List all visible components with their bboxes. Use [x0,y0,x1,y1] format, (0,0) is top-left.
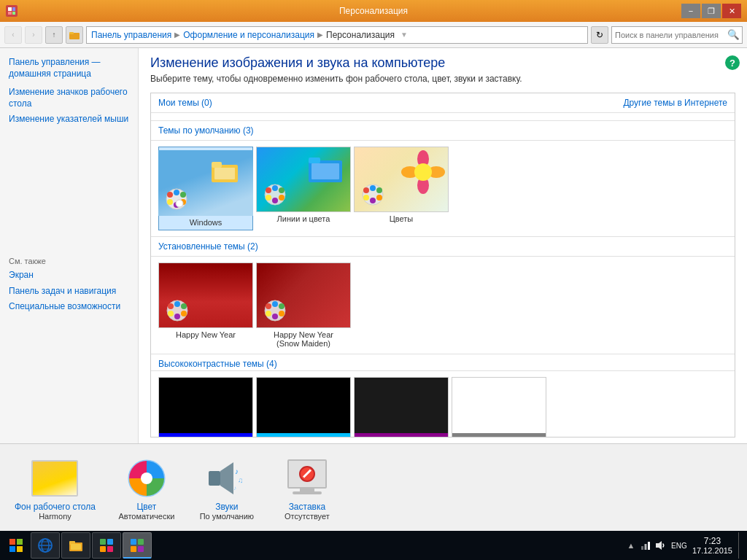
svg-rect-61 [9,539,15,545]
svg-point-35 [370,185,376,191]
theme-lines-name: Линии и цвета [277,214,330,223]
breadcrumb-personalization: Персонализация [326,30,395,40]
themes-area[interactable]: Мои темы (0) Другие темы в Интернете Тем… [150,93,735,438]
refresh-button[interactable]: ↻ [591,26,608,44]
breadcrumb-control-panel[interactable]: Панель управления [91,30,171,40]
close-button[interactable]: ✕ [722,4,741,18]
screensaver-value: Отсутствует [285,512,330,521]
theme-windows[interactable]: Windows [158,147,253,230]
clock-date: 17.12.2015 [692,546,732,555]
breadcrumb-appearance[interactable]: Оформление и персонализация [183,30,314,40]
theme-hny2-preview [256,262,351,328]
screensaver-icon [284,455,330,502]
taskbar-app-explorer[interactable] [61,532,90,559]
minimize-button[interactable]: − [681,4,700,18]
svg-rect-63 [9,546,15,552]
start-button[interactable] [3,532,29,559]
default-themes-label: Темы по умолчанию (3) [158,125,254,136]
system-clock[interactable]: 7:23 17.12.2015 [692,536,732,555]
svg-point-12 [180,192,186,198]
color-label: Цвет [136,502,156,512]
svg-rect-8 [214,168,235,179]
svg-point-50 [279,303,285,309]
svg-rect-26 [311,163,339,179]
tray-lang[interactable]: ENG [669,540,689,551]
sidebar-home-link[interactable]: Панель управления — домашняя страница [9,57,129,79]
sidebar: Панель управления — домашняя страница Из… [0,48,139,443]
clock-time: 7:23 [692,536,732,546]
desktop-bg-item[interactable]: Фон рабочего стола Harmony [15,455,96,521]
back-button[interactable]: ‹ [4,26,22,44]
theme-flowers-name: Цветы [390,214,414,223]
sidebar-link-screen[interactable]: Экран [9,270,129,281]
theme-hc3[interactable] [354,377,449,438]
default-themes-grid: Windows [151,141,735,236]
svg-point-41 [168,303,174,309]
page-title: Изменение изображения и звука на компьют… [150,55,735,71]
theme-lines[interactable]: Линии и цвета [256,147,351,230]
installed-themes-header: Установленные темы (2) [151,237,735,257]
svg-point-52 [272,314,278,319]
sound-item[interactable]: ♪ ♫ ♪ Звуки По умолчанию [198,455,256,521]
installed-themes-label: Установленные темы (2) [158,241,258,252]
theme-flowers[interactable]: Цветы [354,147,449,230]
theme-hc2[interactable] [256,377,351,438]
forward-button[interactable]: › [25,26,42,44]
svg-point-18 [266,187,271,193]
theme-hny2[interactable]: Happy New Year(Snow Maiden) [256,262,351,348]
theme-lines-preview [256,147,351,212]
svg-marker-84 [656,541,662,550]
sound-label: Звуки [215,502,238,512]
desktop-bg-label: Фон рабочего стола [15,502,96,512]
theme-hny1[interactable]: Happy New Year [158,262,253,348]
svg-point-10 [167,192,173,198]
svg-rect-2 [8,12,12,15]
taskbar-app-ie[interactable] [31,532,60,559]
sidebar-link-desktop-icons[interactable]: Изменение значков рабочего стола [9,87,129,109]
window-title: Персонализация [0,6,747,16]
svg-point-53 [266,311,271,316]
search-input[interactable] [612,31,724,39]
search-box[interactable]: 🔍 [611,26,743,44]
tray-volume[interactable] [654,540,666,551]
svg-text:♪: ♪ [233,485,236,491]
svg-rect-82 [644,544,646,550]
color-icon [123,455,170,502]
screensaver-item[interactable]: Заставка Отсутствует [278,455,336,521]
taskbar-app-control[interactable] [123,532,152,559]
theme-hc3-preview [354,377,449,438]
svg-rect-75 [100,546,106,552]
flowers-image [401,150,445,194]
help-icon[interactable]: ? [725,55,740,70]
content-area: Изменение изображения и звука на компьют… [139,48,747,443]
up-button[interactable]: ↑ [45,26,63,44]
svg-point-44 [181,311,187,316]
sidebar-link-taskbar[interactable]: Панель задач и навигация [9,286,129,298]
theme-hc4[interactable] [452,377,546,438]
svg-marker-57 [220,462,233,494]
sidebar-link-accessibility[interactable]: Специальные возможности [9,301,129,313]
svg-rect-64 [17,546,23,552]
svg-point-11 [174,190,179,195]
tray-chevron[interactable]: ▲ [625,540,637,551]
page-description: Выберите тему, чтобы одновременно измени… [150,74,735,84]
sidebar-link-mouse-pointers[interactable]: Изменение указателей мыши [9,114,129,125]
svg-point-19 [272,185,278,191]
search-button[interactable]: 🔍 [724,27,742,43]
high-contrast-grid [151,371,735,438]
other-themes-link[interactable]: Другие темы в Интернете [623,98,727,108]
svg-point-32 [414,163,432,181]
svg-rect-56 [209,471,220,486]
tray-network[interactable] [640,540,651,551]
svg-point-39 [363,195,369,201]
restore-button[interactable]: ❐ [702,4,721,18]
show-desktop-btn[interactable] [738,532,741,559]
dropdown-arrow[interactable]: ▼ [400,31,408,39]
address-path[interactable]: Панель управления ▶ Оформление и персона… [86,26,588,44]
color-item[interactable]: Цвет Автоматически [117,455,176,521]
svg-point-38 [370,198,376,203]
taskbar-app-store[interactable] [92,532,121,559]
theme-hc1[interactable] [158,377,253,438]
folder-icon [66,26,83,44]
svg-point-23 [266,195,271,201]
